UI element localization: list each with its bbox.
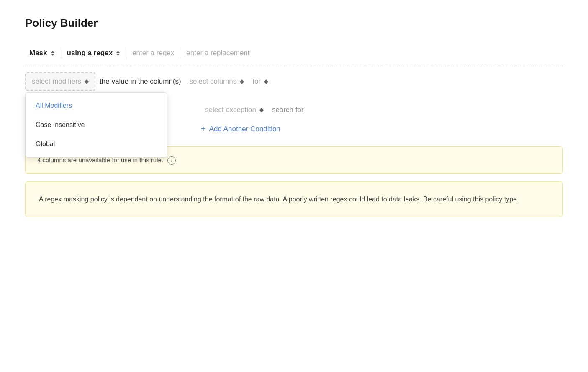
for-selector[interactable]: for <box>248 75 272 88</box>
select-exception-label: select exception <box>205 106 256 114</box>
enter-regex-field[interactable]: enter a regex <box>128 46 178 60</box>
select-exception-selector[interactable]: select exception <box>201 103 268 117</box>
modifiers-spinner-icon <box>85 79 89 84</box>
for-spinner-icon <box>264 79 268 84</box>
dropdown-item-global[interactable]: Global <box>26 135 167 154</box>
plus-icon: + <box>201 124 206 134</box>
add-condition-label: Add Another Condition <box>209 125 280 133</box>
row-1-bar: Mask using a regex enter a regex enter a… <box>25 46 563 66</box>
warning-2-text: A regex masking policy is dependent on u… <box>39 194 549 205</box>
enter-replacement-placeholder: enter a replacement <box>186 49 249 57</box>
regex-type-selector[interactable]: using a regex <box>63 46 125 60</box>
divider-1 <box>61 47 61 59</box>
page-title: Policy Builder <box>25 17 563 30</box>
select-modifiers-label: select modifiers <box>32 77 81 86</box>
dropdown-item-all-modifiers[interactable]: All Modifiers <box>26 96 167 115</box>
mask-spinner-icon <box>51 51 55 56</box>
columns-spinner-icon <box>240 79 244 84</box>
enter-replacement-field[interactable]: enter a replacement <box>182 46 254 60</box>
enter-regex-placeholder: enter a regex <box>132 49 174 57</box>
regex-type-spinner-icon <box>116 51 120 56</box>
modifiers-dropdown: All Modifiers Case Insensitive Global <box>25 92 167 158</box>
divider-2 <box>126 47 126 59</box>
row-3-bar: select exception search for <box>201 95 563 117</box>
select-columns-label: select columns <box>190 77 236 86</box>
mask-label: Mask <box>29 49 47 57</box>
row-2-bar: select modifiers All Modifiers Case Inse… <box>25 66 563 91</box>
value-in-columns-label: the value in the column(s) <box>95 75 185 88</box>
info-icon-1[interactable]: i <box>167 156 176 165</box>
add-condition-row: + Add Another Condition <box>201 117 563 134</box>
divider-3 <box>180 47 180 59</box>
warning-banner-2: A regex masking policy is dependent on u… <box>25 181 563 217</box>
select-modifiers-wrapper: select modifiers All Modifiers Case Inse… <box>25 72 95 91</box>
using-regex-label: using a regex <box>67 49 113 57</box>
policy-builder-area: Mask using a regex enter a regex enter a… <box>25 46 563 217</box>
exception-spinner-icon <box>259 108 264 112</box>
for-label: for <box>252 77 261 86</box>
search-for-label: search for <box>268 103 308 117</box>
select-columns-selector[interactable]: select columns <box>185 75 248 88</box>
add-condition-button[interactable]: + Add Another Condition <box>201 124 280 134</box>
select-modifiers-button[interactable]: select modifiers <box>25 72 95 91</box>
dropdown-item-case-insensitive[interactable]: Case Insensitive <box>26 115 167 135</box>
mask-selector[interactable]: Mask <box>25 46 59 60</box>
